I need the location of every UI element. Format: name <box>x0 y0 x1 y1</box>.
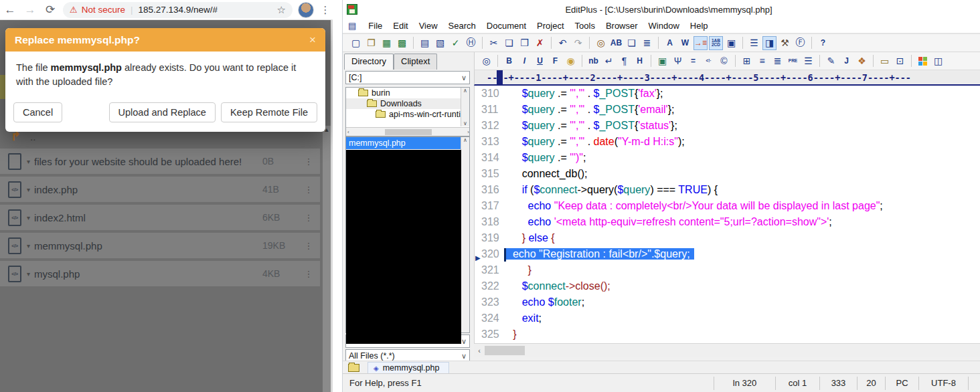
row-menu-icon[interactable]: ⋮ <box>297 185 320 195</box>
context-help-button[interactable]: ? <box>816 36 830 50</box>
line-numbers-button[interactable]: 1AB 2CD <box>709 36 723 50</box>
font-button[interactable]: A <box>663 36 677 50</box>
drive-select[interactable]: [C:] ∨ <box>345 71 470 84</box>
scrollbar-thumb[interactable] <box>485 346 525 355</box>
menu-project[interactable]: Project <box>532 19 569 32</box>
code-line-313[interactable]: 313 $query .= "','" . date("Y-m-d H:i:s"… <box>475 134 980 150</box>
menu-tools[interactable]: Tools <box>570 19 600 32</box>
profile-avatar[interactable] <box>298 2 314 18</box>
undo-button[interactable]: ↶ <box>556 36 570 50</box>
preformatted-button[interactable]: PRE <box>786 54 800 68</box>
filelist-scrollbar[interactable]: ∧ <box>461 137 469 332</box>
tree-vertical-scrollbar[interactable]: ∧∨ <box>461 88 469 126</box>
javascript-button[interactable]: J <box>839 54 853 68</box>
chevron-down-icon[interactable]: ▾ <box>27 242 30 250</box>
open-file-button[interactable]: ❐ <box>364 36 378 50</box>
document-tab[interactable]: ◈ memmysql.php <box>368 362 449 373</box>
full-screen-button[interactable]: ▣ <box>724 36 738 50</box>
sort-button[interactable]: ≣ <box>640 36 654 50</box>
bold-button[interactable]: B <box>502 54 516 68</box>
frame-button[interactable]: ◫ <box>931 54 945 68</box>
image-button[interactable]: ▣ <box>655 54 669 68</box>
title-bar[interactable]: EditPlus - [C:\Users\burin\Downloads\mem… <box>343 0 980 19</box>
code-line-320[interactable]: ▶320 echo "Registration : fail<br/>".$qu… <box>475 246 980 262</box>
file-row[interactable]: </>▾index.php41B⋮ <box>0 177 320 202</box>
folder-icon[interactable] <box>348 364 359 372</box>
save-all-button[interactable]: ▩ <box>395 36 409 50</box>
align-right-button[interactable]: ≣ <box>770 54 785 68</box>
page-scrollbar[interactable]: ▲ <box>323 126 331 392</box>
layout-button[interactable]: ⊡ <box>893 54 907 68</box>
nbsp-button[interactable]: nb <box>586 54 600 68</box>
forward-icon[interactable]: → <box>20 3 40 17</box>
code-line-324[interactable]: 324 exit; <box>475 310 980 326</box>
spell-check-button[interactable]: ✓ <box>448 36 463 50</box>
row-menu-icon[interactable]: ⋮ <box>297 157 320 167</box>
find-button[interactable]: ◎ <box>594 36 608 50</box>
scroll-left-icon[interactable]: ‹ <box>347 129 349 135</box>
code-line-325[interactable]: 325 } <box>475 326 980 342</box>
scroll-up-icon[interactable]: ∧ <box>461 88 469 94</box>
code-line-317[interactable]: 317 echo "Keep data : completely<br/>You… <box>475 198 980 214</box>
new-folder-button[interactable]: ▭ <box>878 54 892 68</box>
save-button[interactable]: ▦ <box>380 36 394 50</box>
scroll-right-icon[interactable]: › <box>467 129 469 135</box>
menu-document[interactable]: Document <box>481 19 532 32</box>
function-list-button[interactable]: Ⓕ <box>793 36 807 50</box>
browser-menu-icon[interactable]: ⋮ <box>318 4 333 16</box>
align-center-button[interactable]: ≡ <box>755 54 769 68</box>
underline-button[interactable]: U <box>533 54 547 68</box>
script-button[interactable]: ✎ <box>824 54 838 68</box>
list-button[interactable]: ☰ <box>801 54 815 68</box>
file-row[interactable]: </>▾index2.html6KB⋮ <box>0 205 320 230</box>
redo-button[interactable]: ↷ <box>571 36 585 50</box>
code-line-311[interactable]: 311 $query .= "','" . $_POST{'email'}; <box>475 102 980 118</box>
url-text[interactable]: 185.27.134.9/new/# <box>138 5 274 15</box>
document-list-button[interactable]: ☰ <box>747 36 761 50</box>
paste-button[interactable]: ❒ <box>517 36 532 50</box>
print-button[interactable]: ▧ <box>433 36 447 50</box>
code-line-323[interactable]: 323 echo $footer; <box>475 294 980 310</box>
horizontal-rule-button[interactable]: = <box>686 54 700 68</box>
address-bar[interactable]: ⚠ Not secure | 185.27.134.9/new/# ☆ <box>63 2 293 18</box>
file-name[interactable]: files for your website should be uploade… <box>34 156 262 167</box>
row-menu-icon[interactable]: ⋮ <box>297 269 320 279</box>
font-tag-button[interactable]: F <box>548 54 562 68</box>
hex-view-button[interactable]: Ⓗ <box>464 36 478 50</box>
tab-cliptext[interactable]: Cliptext <box>394 54 437 70</box>
delete-button[interactable]: ✗ <box>533 36 547 50</box>
word-browser-button[interactable]: W <box>678 36 692 50</box>
user-tools-button[interactable]: ⚒ <box>778 36 792 50</box>
file-name[interactable]: index.php <box>34 184 262 195</box>
paragraph-button[interactable]: ¶ <box>617 54 631 68</box>
chevron-down-icon[interactable]: ▾ <box>27 270 30 278</box>
menu-window[interactable]: Window <box>643 19 685 32</box>
not-secure-label[interactable]: Not secure <box>82 5 125 15</box>
anchor-button[interactable]: Ψ <box>671 54 685 68</box>
scrollbar-thumb[interactable] <box>385 129 432 135</box>
tree-item[interactable]: Downloads <box>346 98 469 109</box>
code-editor[interactable]: 310 $query .= "','" . $_POST{'fax'};311 … <box>474 86 980 343</box>
menu-help[interactable]: Help <box>685 19 714 32</box>
menu-view[interactable]: View <box>414 19 443 32</box>
menu-search[interactable]: Search <box>443 19 481 32</box>
tree-item[interactable]: burin <box>346 88 469 98</box>
code-line-312[interactable]: 312 $query .= "','" . $_POST{'status'}; <box>475 118 980 134</box>
menu-browser[interactable]: Browser <box>600 19 643 32</box>
code-line-314[interactable]: 314 $query .= "')"; <box>475 150 980 166</box>
scroll-left-icon[interactable]: ‹ <box>474 347 485 355</box>
code-line-319[interactable]: 319 } else { <box>475 230 980 246</box>
line-break-button[interactable]: ↵ <box>602 54 616 68</box>
code-line-315[interactable]: 315 connect_db(); <box>475 166 980 182</box>
dialog-close-icon[interactable]: × <box>309 33 316 47</box>
reload-icon[interactable]: ⟳ <box>40 3 60 17</box>
code-line-318[interactable]: 318 echo '<meta http-equiv=refresh conte… <box>475 214 980 230</box>
comment-button[interactable]: <!· <box>702 54 716 68</box>
file-name[interactable]: mysql.php <box>34 268 262 280</box>
cancel-button[interactable]: Cancel <box>13 102 62 122</box>
new-file-button[interactable]: ▢ <box>349 36 363 50</box>
menu-file[interactable]: File <box>363 19 388 32</box>
auto-indent-button[interactable]: →≡ <box>693 36 708 50</box>
row-menu-icon[interactable]: ⋮ <box>297 241 320 251</box>
cut-button[interactable]: ✂ <box>487 36 501 50</box>
